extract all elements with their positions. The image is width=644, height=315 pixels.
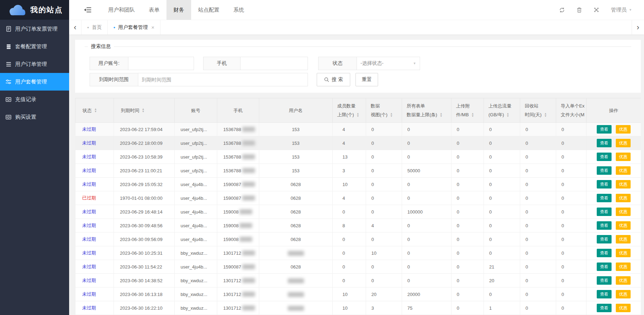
phone-cell: 159008 xyxy=(217,219,259,233)
actions-cell: 查看优惠 xyxy=(587,164,641,178)
column-header-status[interactable]: 状态▲▼ xyxy=(75,98,114,123)
member-limit-cell: 0 xyxy=(333,246,366,260)
account-cell: bby_xwduz... xyxy=(175,301,217,315)
view-button[interactable]: 查看 xyxy=(597,304,612,312)
user-menu[interactable]: 管理员 ▼ xyxy=(611,7,632,13)
upload-mb-cell: 0 xyxy=(451,288,484,301)
column-header-member_limit[interactable]: 成员数量上限(个)▲▼ xyxy=(333,98,366,123)
view-button[interactable]: 查看 xyxy=(597,139,612,147)
view-button[interactable]: 查看 xyxy=(597,235,612,243)
sidebar-item-order-management[interactable]: 用户订单管理 xyxy=(0,55,69,73)
discount-button[interactable]: 优惠 xyxy=(616,276,631,285)
refresh-icon[interactable] xyxy=(559,7,565,13)
nav-item-forms[interactable]: 表单 xyxy=(142,0,166,20)
sort-icon: ▲▼ xyxy=(506,112,509,117)
username-cell: 0628 xyxy=(259,233,333,246)
column-header-data_views[interactable]: 数据视图(个)▲▼ xyxy=(366,98,402,123)
recycle-days-cell: 0 xyxy=(520,191,556,205)
recycle-days-cell: 0 xyxy=(520,274,556,288)
view-button[interactable]: 查看 xyxy=(597,290,612,298)
nav-item-system[interactable]: 系统 xyxy=(226,0,251,20)
discount-button[interactable]: 优惠 xyxy=(616,180,631,189)
discount-button[interactable]: 优惠 xyxy=(616,235,631,243)
upload-mb-cell: 0 xyxy=(451,233,484,246)
recycle-days-cell: 0 xyxy=(520,301,556,315)
data-views-cell: 0 xyxy=(366,123,402,136)
date-range-input[interactable] xyxy=(138,73,308,86)
nav-item-site-config[interactable]: 站点配置 xyxy=(191,0,226,20)
sidebar-item-user-package[interactable]: 用户套餐管理 xyxy=(0,73,69,91)
column-header-upload_mb[interactable]: 上传附件/MB▲▼ xyxy=(451,98,484,123)
view-button[interactable]: 查看 xyxy=(597,221,612,230)
discount-button[interactable]: 优惠 xyxy=(616,194,631,202)
tab-dot-icon: ● xyxy=(113,26,115,29)
tabs-next-icon[interactable]: › xyxy=(632,20,644,35)
discount-button[interactable]: 优惠 xyxy=(616,166,631,175)
column-header-recycle_days[interactable]: 回收站时间(天)▲▼ xyxy=(520,98,556,123)
import-excel-cell: 0 xyxy=(556,301,587,315)
discount-button[interactable]: 优惠 xyxy=(616,125,631,134)
phone-input[interactable] xyxy=(241,57,308,70)
status-cell: 未过期 xyxy=(75,219,114,233)
account-cell: user_4ju4b... xyxy=(175,178,217,191)
phone-cell: 1536788 xyxy=(217,164,259,178)
recycle-days-cell: 0 xyxy=(520,150,556,164)
discount-button[interactable]: 优惠 xyxy=(616,221,631,230)
actions-cell: 查看优惠 xyxy=(587,274,641,288)
tab-home[interactable]: ● 首页 xyxy=(81,20,108,35)
discount-button[interactable]: 优惠 xyxy=(616,304,631,312)
package-config-icon xyxy=(6,44,11,49)
view-button[interactable]: 查看 xyxy=(597,194,612,202)
recycle-days-cell: 0 xyxy=(520,219,556,233)
phone-cell: 1301712 xyxy=(217,301,259,315)
column-header-username: 用户名 xyxy=(259,98,333,123)
sidebar-item-package-config[interactable]: 套餐配置管理 xyxy=(0,38,69,55)
discount-button[interactable]: 优惠 xyxy=(616,153,631,161)
column-header-expire_time[interactable]: 到期时间▲▼ xyxy=(114,98,175,123)
status-select[interactable]: -选择状态- ▼ xyxy=(357,57,420,70)
status-cell: 未过期 xyxy=(75,164,114,178)
blurred-username xyxy=(288,251,304,256)
discount-button[interactable]: 优惠 xyxy=(616,208,631,216)
reset-button[interactable]: 重置 xyxy=(356,73,378,86)
blurred-phone-digits xyxy=(242,127,255,132)
username-cell: 153 xyxy=(259,136,333,150)
sidebar-item-invoice-management[interactable]: 用户订单发票管理 xyxy=(0,20,69,38)
import-excel-cell: 0 xyxy=(556,246,587,260)
view-button[interactable]: 查看 xyxy=(597,125,612,134)
view-button[interactable]: 查看 xyxy=(597,208,612,216)
discount-button[interactable]: 优惠 xyxy=(616,262,631,271)
upload-mb-cell: 0 xyxy=(451,205,484,219)
view-button[interactable]: 查看 xyxy=(597,262,612,271)
discount-button[interactable]: 优惠 xyxy=(616,290,631,298)
actions-cell: 查看优惠 xyxy=(587,191,641,205)
close-icon[interactable]: × xyxy=(151,24,154,30)
view-button[interactable]: 查看 xyxy=(597,249,612,257)
column-header-traffic_gb[interactable]: 上传总流量(GB/年)▲▼ xyxy=(484,98,520,123)
view-button[interactable]: 查看 xyxy=(597,153,612,161)
view-button[interactable]: 查看 xyxy=(597,180,612,189)
member-limit-cell: 8 xyxy=(333,219,366,233)
view-button[interactable]: 查看 xyxy=(597,276,612,285)
sidebar-item-recharge-records[interactable]: 充值记录 xyxy=(0,91,69,108)
sidebar-item-purchase-settings[interactable]: 购买设置 xyxy=(0,108,69,126)
collapse-menu-icon[interactable] xyxy=(84,7,91,13)
fullscreen-icon[interactable] xyxy=(594,7,599,13)
traffic-cell: 20 xyxy=(484,274,520,288)
recycle-days-cell: 0 xyxy=(520,123,556,136)
nav-item-finance[interactable]: 财务 xyxy=(166,0,191,20)
upload-mb-cell: 0 xyxy=(451,219,484,233)
top-bar: 用户和团队 表单 财务 站点配置 系统 管理员 ▼ xyxy=(69,0,644,20)
form-data-limit-cell: 0 xyxy=(402,191,451,205)
nav-item-users-teams[interactable]: 用户和团队 xyxy=(101,0,142,20)
tabs-prev-icon[interactable]: ‹ xyxy=(69,20,81,35)
tab-user-package[interactable]: ● 用户套餐管理 × xyxy=(108,20,160,35)
account-input[interactable] xyxy=(128,57,194,70)
view-button[interactable]: 查看 xyxy=(597,166,612,175)
discount-button[interactable]: 优惠 xyxy=(616,139,631,147)
search-button[interactable]: 搜 索 xyxy=(317,73,350,86)
trash-icon[interactable] xyxy=(577,7,582,13)
column-header-account: 账号 xyxy=(175,98,217,123)
column-header-form_data_limit[interactable]: 所有表单数据量上限(条)▲▼ xyxy=(402,98,451,123)
discount-button[interactable]: 优惠 xyxy=(616,249,631,257)
